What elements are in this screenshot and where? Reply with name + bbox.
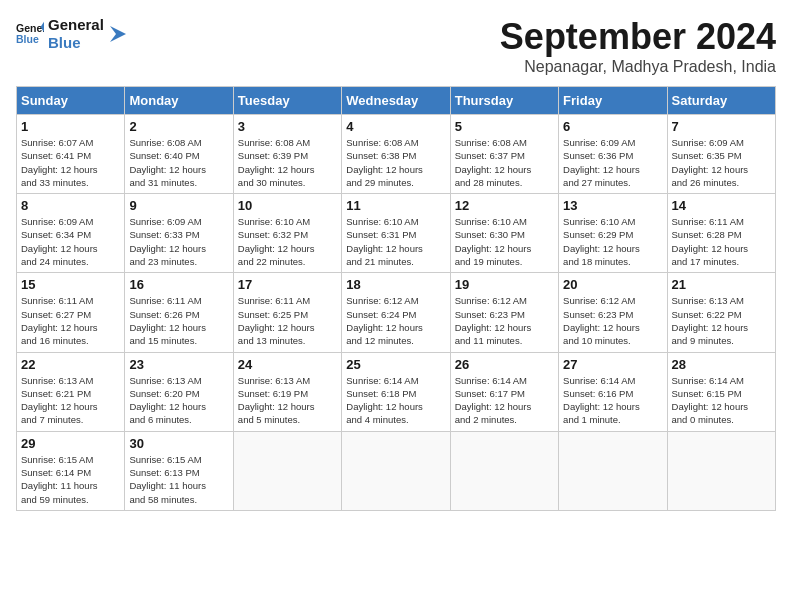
day-number: 19 [455,277,554,292]
day-cell: 19Sunrise: 6:12 AMSunset: 6:23 PMDayligh… [450,273,558,352]
day-cell: 21Sunrise: 6:13 AMSunset: 6:22 PMDayligh… [667,273,775,352]
day-number: 16 [129,277,228,292]
day-cell: 17Sunrise: 6:11 AMSunset: 6:25 PMDayligh… [233,273,341,352]
day-cell: 18Sunrise: 6:12 AMSunset: 6:24 PMDayligh… [342,273,450,352]
day-info: Sunrise: 6:15 AMSunset: 6:14 PMDaylight:… [21,453,120,506]
day-info: Sunrise: 6:11 AMSunset: 6:27 PMDaylight:… [21,294,120,347]
day-cell [559,431,667,510]
day-cell: 16Sunrise: 6:11 AMSunset: 6:26 PMDayligh… [125,273,233,352]
day-info: Sunrise: 6:15 AMSunset: 6:13 PMDaylight:… [129,453,228,506]
day-cell: 10Sunrise: 6:10 AMSunset: 6:32 PMDayligh… [233,194,341,273]
day-cell: 9Sunrise: 6:09 AMSunset: 6:33 PMDaylight… [125,194,233,273]
day-cell [233,431,341,510]
day-cell: 1Sunrise: 6:07 AMSunset: 6:41 PMDaylight… [17,115,125,194]
day-info: Sunrise: 6:14 AMSunset: 6:18 PMDaylight:… [346,374,445,427]
day-cell: 7Sunrise: 6:09 AMSunset: 6:35 PMDaylight… [667,115,775,194]
header-thursday: Thursday [450,87,558,115]
day-cell: 29Sunrise: 6:15 AMSunset: 6:14 PMDayligh… [17,431,125,510]
logo-line1: General [48,16,104,34]
day-number: 22 [21,357,120,372]
logo-icon: General Blue [16,20,44,48]
day-cell: 14Sunrise: 6:11 AMSunset: 6:28 PMDayligh… [667,194,775,273]
day-number: 23 [129,357,228,372]
day-number: 17 [238,277,337,292]
header-saturday: Saturday [667,87,775,115]
day-cell: 5Sunrise: 6:08 AMSunset: 6:37 PMDaylight… [450,115,558,194]
day-info: Sunrise: 6:11 AMSunset: 6:28 PMDaylight:… [672,215,771,268]
day-cell: 23Sunrise: 6:13 AMSunset: 6:20 PMDayligh… [125,352,233,431]
header-wednesday: Wednesday [342,87,450,115]
day-number: 13 [563,198,662,213]
day-cell: 12Sunrise: 6:10 AMSunset: 6:30 PMDayligh… [450,194,558,273]
day-info: Sunrise: 6:13 AMSunset: 6:20 PMDaylight:… [129,374,228,427]
calendar-title: September 2024 [500,16,776,58]
day-number: 4 [346,119,445,134]
svg-text:Blue: Blue [16,33,39,45]
day-info: Sunrise: 6:14 AMSunset: 6:15 PMDaylight:… [672,374,771,427]
day-cell: 28Sunrise: 6:14 AMSunset: 6:15 PMDayligh… [667,352,775,431]
day-number: 15 [21,277,120,292]
day-number: 11 [346,198,445,213]
week-row-1: 1Sunrise: 6:07 AMSunset: 6:41 PMDaylight… [17,115,776,194]
day-number: 26 [455,357,554,372]
day-cell: 4Sunrise: 6:08 AMSunset: 6:38 PMDaylight… [342,115,450,194]
day-cell [667,431,775,510]
day-cell: 15Sunrise: 6:11 AMSunset: 6:27 PMDayligh… [17,273,125,352]
logo-arrow-icon [108,24,128,44]
day-cell: 27Sunrise: 6:14 AMSunset: 6:16 PMDayligh… [559,352,667,431]
day-number: 12 [455,198,554,213]
day-cell: 3Sunrise: 6:08 AMSunset: 6:39 PMDaylight… [233,115,341,194]
header-sunday: Sunday [17,87,125,115]
day-number: 9 [129,198,228,213]
day-number: 1 [21,119,120,134]
day-info: Sunrise: 6:09 AMSunset: 6:36 PMDaylight:… [563,136,662,189]
day-cell: 20Sunrise: 6:12 AMSunset: 6:23 PMDayligh… [559,273,667,352]
day-cell: 30Sunrise: 6:15 AMSunset: 6:13 PMDayligh… [125,431,233,510]
day-info: Sunrise: 6:10 AMSunset: 6:31 PMDaylight:… [346,215,445,268]
day-info: Sunrise: 6:14 AMSunset: 6:17 PMDaylight:… [455,374,554,427]
day-info: Sunrise: 6:10 AMSunset: 6:29 PMDaylight:… [563,215,662,268]
day-info: Sunrise: 6:10 AMSunset: 6:32 PMDaylight:… [238,215,337,268]
calendar-header-row: SundayMondayTuesdayWednesdayThursdayFrid… [17,87,776,115]
day-info: Sunrise: 6:12 AMSunset: 6:24 PMDaylight:… [346,294,445,347]
day-info: Sunrise: 6:11 AMSunset: 6:26 PMDaylight:… [129,294,228,347]
day-number: 14 [672,198,771,213]
day-cell: 22Sunrise: 6:13 AMSunset: 6:21 PMDayligh… [17,352,125,431]
svg-marker-3 [110,26,126,42]
day-info: Sunrise: 6:14 AMSunset: 6:16 PMDaylight:… [563,374,662,427]
header-monday: Monday [125,87,233,115]
calendar-table: SundayMondayTuesdayWednesdayThursdayFrid… [16,86,776,511]
day-number: 18 [346,277,445,292]
day-cell: 26Sunrise: 6:14 AMSunset: 6:17 PMDayligh… [450,352,558,431]
day-number: 21 [672,277,771,292]
day-number: 2 [129,119,228,134]
day-info: Sunrise: 6:08 AMSunset: 6:38 PMDaylight:… [346,136,445,189]
day-number: 20 [563,277,662,292]
week-row-5: 29Sunrise: 6:15 AMSunset: 6:14 PMDayligh… [17,431,776,510]
day-info: Sunrise: 6:08 AMSunset: 6:40 PMDaylight:… [129,136,228,189]
day-cell: 2Sunrise: 6:08 AMSunset: 6:40 PMDaylight… [125,115,233,194]
day-cell: 24Sunrise: 6:13 AMSunset: 6:19 PMDayligh… [233,352,341,431]
day-info: Sunrise: 6:09 AMSunset: 6:34 PMDaylight:… [21,215,120,268]
day-cell: 6Sunrise: 6:09 AMSunset: 6:36 PMDaylight… [559,115,667,194]
day-info: Sunrise: 6:11 AMSunset: 6:25 PMDaylight:… [238,294,337,347]
week-row-2: 8Sunrise: 6:09 AMSunset: 6:34 PMDaylight… [17,194,776,273]
day-cell [450,431,558,510]
day-cell: 13Sunrise: 6:10 AMSunset: 6:29 PMDayligh… [559,194,667,273]
day-number: 24 [238,357,337,372]
day-info: Sunrise: 6:08 AMSunset: 6:39 PMDaylight:… [238,136,337,189]
day-number: 25 [346,357,445,372]
day-info: Sunrise: 6:12 AMSunset: 6:23 PMDaylight:… [455,294,554,347]
header-tuesday: Tuesday [233,87,341,115]
week-row-3: 15Sunrise: 6:11 AMSunset: 6:27 PMDayligh… [17,273,776,352]
day-cell: 8Sunrise: 6:09 AMSunset: 6:34 PMDaylight… [17,194,125,273]
day-number: 8 [21,198,120,213]
title-block: September 2024 Nepanagar, Madhya Pradesh… [500,16,776,76]
day-info: Sunrise: 6:09 AMSunset: 6:33 PMDaylight:… [129,215,228,268]
day-cell: 11Sunrise: 6:10 AMSunset: 6:31 PMDayligh… [342,194,450,273]
day-number: 28 [672,357,771,372]
day-info: Sunrise: 6:08 AMSunset: 6:37 PMDaylight:… [455,136,554,189]
week-row-4: 22Sunrise: 6:13 AMSunset: 6:21 PMDayligh… [17,352,776,431]
page-header: General Blue General Blue September 2024… [16,16,776,76]
day-number: 30 [129,436,228,451]
